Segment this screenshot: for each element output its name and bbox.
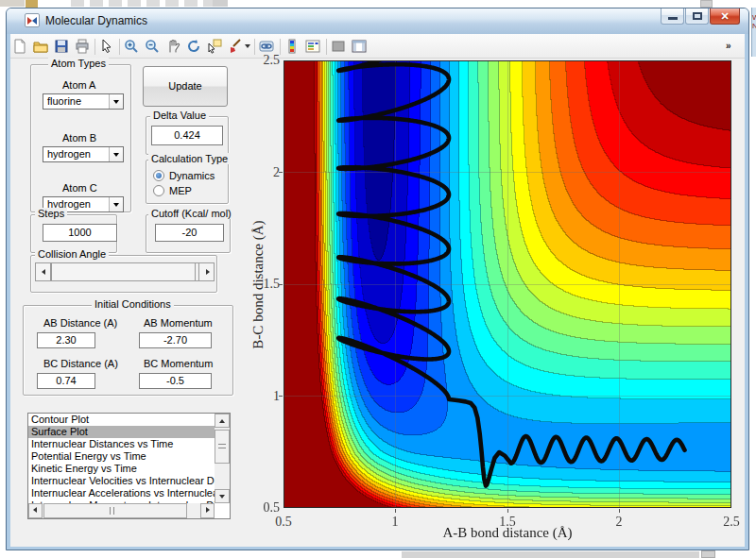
toolbar <box>10 34 745 59</box>
new-document-icon[interactable] <box>12 39 29 56</box>
vscroll-thumb-grip <box>218 444 226 448</box>
list-item[interactable]: Internuclear Velocities vs Internuclear … <box>28 475 215 487</box>
left-arrow-icon <box>33 507 37 513</box>
dynamics-radio-label[interactable]: Dynamics <box>169 170 215 181</box>
x-tickmark <box>507 509 508 513</box>
initial-conditions-title: Initial Conditions <box>92 298 174 310</box>
bc-distance-field[interactable]: 0.74 <box>37 373 95 389</box>
bg-window-fragment-top2 <box>213 0 228 7</box>
open-folder-icon[interactable] <box>33 39 50 56</box>
x-tickmark <box>619 509 620 513</box>
steps-title: Steps <box>35 208 67 219</box>
mep-radio[interactable] <box>153 185 164 196</box>
toolbar-separator <box>326 39 327 55</box>
list-item[interactable]: Internuclear Accelerations vs Internucle… <box>28 487 215 499</box>
bc-momentum-field[interactable]: -0.5 <box>139 373 212 389</box>
cutoff-title: Cutoff (Kcal/ mol) <box>148 208 234 219</box>
right-arrow-icon <box>206 507 210 513</box>
list-item[interactable]: Contour Plot <box>28 414 215 426</box>
window-title: Molecular Dynamics <box>45 14 147 27</box>
bc-distance-label: BC Distance (A) <box>43 358 118 369</box>
ab-distance-field[interactable]: 2.30 <box>37 332 95 348</box>
y-tickmark <box>279 284 283 285</box>
ab-distance-label: AB Distance (A) <box>43 317 117 329</box>
atom-b-dropdown[interactable]: hydrogen <box>43 146 124 162</box>
pan-hand-icon[interactable] <box>165 39 182 56</box>
y-tickmark <box>279 172 283 173</box>
bg-window-fragment-bottom <box>402 551 699 558</box>
brush-dropdown-icon[interactable] <box>245 44 250 48</box>
atom-types-title: Atom Types <box>48 58 109 69</box>
minimize-button[interactable] <box>661 8 684 25</box>
show-plot-tools-icon[interactable] <box>352 39 369 56</box>
toolbar-separator <box>280 39 281 55</box>
print-icon[interactable] <box>75 39 92 56</box>
x-tick-label: 2.5 <box>713 515 750 530</box>
list-item[interactable]: Potential Energy vs Time <box>28 450 215 463</box>
calculation-type-title: Calculation Type <box>148 153 231 164</box>
maximize-button[interactable] <box>685 8 709 25</box>
down-arrow-icon <box>219 495 225 499</box>
bg-window-fragment-bottom2 <box>701 550 715 558</box>
bg-window-fragment-topleft <box>0 0 25 7</box>
bg-window-sliver-text: WN <box>752 13 756 30</box>
y-tick-label: 2.5 <box>251 53 280 68</box>
y-tickmark <box>279 396 283 397</box>
slider-thumb[interactable] <box>51 262 196 281</box>
zoom-out-icon[interactable] <box>145 39 162 56</box>
ab-momentum-field[interactable]: -2.70 <box>139 332 212 348</box>
toolbar-overflow-icon[interactable]: » <box>726 41 731 51</box>
slider-right-arrow[interactable] <box>198 262 215 281</box>
bg-window-fragment-topright <box>700 0 713 8</box>
listbox-items: Contour Plot Surface Plot Internuclear D… <box>28 414 215 503</box>
x-tickmark <box>395 509 396 513</box>
ab-momentum-label: AB Momentum <box>144 317 213 329</box>
y-tick-label: 1 <box>251 389 280 404</box>
atom-c-label: Atom C <box>62 182 97 194</box>
cutoff-field[interactable]: -20 <box>155 224 224 242</box>
edit-plot-arrow-icon[interactable] <box>99 39 116 56</box>
zoom-in-icon[interactable] <box>124 39 141 56</box>
rotate-3d-icon[interactable] <box>186 39 203 56</box>
hscroll-thumb[interactable] <box>43 503 187 518</box>
insert-colorbar-icon[interactable] <box>284 39 301 56</box>
list-item-selected[interactable]: Surface Plot <box>28 426 215 438</box>
x-axis-label: A-B bond distance (Å) <box>385 525 630 541</box>
bg-window-fragment-buttons <box>71 0 227 7</box>
atom-a-label: Atom A <box>62 79 95 91</box>
toolbar-separator <box>94 39 95 55</box>
collision-angle-title: Collision Angle <box>35 248 109 260</box>
x-tick-label: 0.5 <box>265 515 302 530</box>
potential-surface-plot <box>284 60 731 508</box>
list-item[interactable]: Internuclear Distances vs Time <box>28 438 215 450</box>
up-arrow-icon <box>219 419 225 423</box>
dropdown-arrow-icon <box>109 94 123 109</box>
hide-plot-tools-icon[interactable] <box>331 39 348 56</box>
y-axis-label: B-C bond distance (Å) <box>250 191 266 380</box>
data-cursor-icon[interactable] <box>207 39 224 56</box>
dynamics-radio[interactable] <box>153 170 164 181</box>
delta-value-field[interactable]: 0.424 <box>151 126 223 145</box>
slider-left-arrow[interactable] <box>35 262 51 281</box>
hscroll-thumb-grip <box>110 507 114 515</box>
atom-a-dropdown[interactable]: fluorine <box>43 93 124 110</box>
dropdown-arrow-icon <box>109 147 123 161</box>
list-item[interactable]: Kinetic Energy vs Time <box>28 463 215 475</box>
update-button[interactable]: Update <box>143 66 228 107</box>
brush-icon[interactable] <box>228 39 245 56</box>
dropdown-arrow-icon <box>109 197 123 211</box>
steps-field[interactable]: 1000 <box>43 224 117 242</box>
insert-legend-icon[interactable] <box>305 39 322 56</box>
calculation-type-group: Calculation Type <box>146 160 229 204</box>
mep-radio-label[interactable]: MEP <box>169 185 192 196</box>
y-tick-label: 2 <box>251 165 280 180</box>
delta-value-title: Delta Value <box>150 110 209 121</box>
atom-b-label: Atom B <box>62 132 96 144</box>
app-icon <box>25 13 40 27</box>
save-icon[interactable] <box>54 39 71 56</box>
y-tick-label: 0.5 <box>251 500 280 516</box>
bg-window-fragment-tan <box>26 0 38 8</box>
bc-momentum-label: BC Momentum <box>144 358 213 369</box>
close-button[interactable]: ✕ <box>710 8 740 25</box>
toolbar-separator <box>119 39 120 55</box>
